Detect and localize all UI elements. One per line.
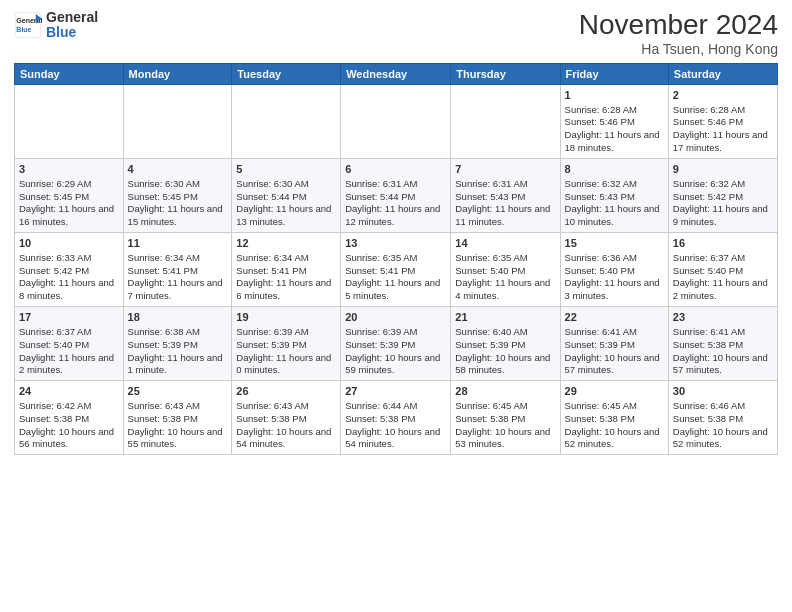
day-info: Daylight: 10 hours and 54 minutes. [236, 426, 336, 452]
day-info: Sunset: 5:38 PM [128, 413, 228, 426]
day-info: Sunrise: 6:43 AM [236, 400, 336, 413]
day-info: Daylight: 11 hours and 18 minutes. [565, 129, 664, 155]
day-cell: 22Sunrise: 6:41 AMSunset: 5:39 PMDayligh… [560, 307, 668, 381]
day-info: Daylight: 11 hours and 17 minutes. [673, 129, 773, 155]
day-cell: 18Sunrise: 6:38 AMSunset: 5:39 PMDayligh… [123, 307, 232, 381]
day-number: 16 [673, 236, 773, 251]
day-info: Daylight: 11 hours and 2 minutes. [19, 352, 119, 378]
day-info: Sunset: 5:38 PM [19, 413, 119, 426]
logo-icon: General Blue [14, 11, 42, 39]
day-info: Sunset: 5:40 PM [19, 339, 119, 352]
day-number: 9 [673, 162, 773, 177]
day-info: Sunset: 5:39 PM [565, 339, 664, 352]
day-info: Sunrise: 6:41 AM [565, 326, 664, 339]
day-number: 23 [673, 310, 773, 325]
day-info: Daylight: 10 hours and 52 minutes. [565, 426, 664, 452]
day-number: 15 [565, 236, 664, 251]
day-cell: 29Sunrise: 6:45 AMSunset: 5:38 PMDayligh… [560, 381, 668, 455]
day-info: Sunrise: 6:29 AM [19, 178, 119, 191]
logo-text: General Blue [46, 10, 98, 41]
day-info: Daylight: 11 hours and 6 minutes. [236, 277, 336, 303]
day-cell: 15Sunrise: 6:36 AMSunset: 5:40 PMDayligh… [560, 232, 668, 306]
day-info: Sunrise: 6:46 AM [673, 400, 773, 413]
week-row-2: 3Sunrise: 6:29 AMSunset: 5:45 PMDaylight… [15, 158, 778, 232]
day-info: Sunset: 5:45 PM [128, 191, 228, 204]
day-info: Sunrise: 6:28 AM [673, 104, 773, 117]
day-number: 25 [128, 384, 228, 399]
day-cell: 17Sunrise: 6:37 AMSunset: 5:40 PMDayligh… [15, 307, 124, 381]
calendar-header-row: SundayMondayTuesdayWednesdayThursdayFrid… [15, 63, 778, 84]
day-info: Sunrise: 6:36 AM [565, 252, 664, 265]
month-title: November 2024 [579, 10, 778, 41]
day-cell: 14Sunrise: 6:35 AMSunset: 5:40 PMDayligh… [451, 232, 560, 306]
day-info: Daylight: 11 hours and 0 minutes. [236, 352, 336, 378]
day-info: Sunrise: 6:43 AM [128, 400, 228, 413]
day-info: Sunset: 5:40 PM [565, 265, 664, 278]
week-row-5: 24Sunrise: 6:42 AMSunset: 5:38 PMDayligh… [15, 381, 778, 455]
day-cell [451, 84, 560, 158]
day-info: Sunset: 5:38 PM [345, 413, 446, 426]
day-info: Daylight: 11 hours and 8 minutes. [19, 277, 119, 303]
day-number: 7 [455, 162, 555, 177]
day-info: Sunrise: 6:31 AM [345, 178, 446, 191]
day-number: 22 [565, 310, 664, 325]
day-number: 5 [236, 162, 336, 177]
day-info: Sunset: 5:41 PM [128, 265, 228, 278]
day-info: Sunset: 5:41 PM [345, 265, 446, 278]
day-info: Sunset: 5:39 PM [455, 339, 555, 352]
day-cell: 12Sunrise: 6:34 AMSunset: 5:41 PMDayligh… [232, 232, 341, 306]
week-row-1: 1Sunrise: 6:28 AMSunset: 5:46 PMDaylight… [15, 84, 778, 158]
day-info: Daylight: 11 hours and 2 minutes. [673, 277, 773, 303]
day-info: Daylight: 11 hours and 4 minutes. [455, 277, 555, 303]
title-block: November 2024 Ha Tsuen, Hong Kong [579, 10, 778, 57]
day-number: 30 [673, 384, 773, 399]
day-info: Daylight: 11 hours and 11 minutes. [455, 203, 555, 229]
day-info: Sunset: 5:41 PM [236, 265, 336, 278]
day-info: Sunset: 5:44 PM [345, 191, 446, 204]
day-info: Daylight: 10 hours and 57 minutes. [673, 352, 773, 378]
day-number: 26 [236, 384, 336, 399]
day-info: Sunrise: 6:45 AM [455, 400, 555, 413]
day-number: 19 [236, 310, 336, 325]
day-number: 24 [19, 384, 119, 399]
day-cell: 19Sunrise: 6:39 AMSunset: 5:39 PMDayligh… [232, 307, 341, 381]
day-number: 12 [236, 236, 336, 251]
day-number: 6 [345, 162, 446, 177]
week-row-4: 17Sunrise: 6:37 AMSunset: 5:40 PMDayligh… [15, 307, 778, 381]
day-info: Sunset: 5:39 PM [236, 339, 336, 352]
day-header-tuesday: Tuesday [232, 63, 341, 84]
day-cell: 5Sunrise: 6:30 AMSunset: 5:44 PMDaylight… [232, 158, 341, 232]
day-info: Sunrise: 6:39 AM [345, 326, 446, 339]
logo[interactable]: General Blue General Blue [14, 10, 98, 41]
day-info: Sunset: 5:40 PM [673, 265, 773, 278]
day-cell [232, 84, 341, 158]
day-info: Sunset: 5:38 PM [236, 413, 336, 426]
day-number: 1 [565, 88, 664, 103]
day-info: Sunrise: 6:30 AM [236, 178, 336, 191]
day-info: Daylight: 11 hours and 15 minutes. [128, 203, 228, 229]
day-header-thursday: Thursday [451, 63, 560, 84]
day-cell: 2Sunrise: 6:28 AMSunset: 5:46 PMDaylight… [668, 84, 777, 158]
day-number: 8 [565, 162, 664, 177]
calendar-body: 1Sunrise: 6:28 AMSunset: 5:46 PMDaylight… [15, 84, 778, 454]
day-header-wednesday: Wednesday [341, 63, 451, 84]
day-cell: 10Sunrise: 6:33 AMSunset: 5:42 PMDayligh… [15, 232, 124, 306]
day-cell: 13Sunrise: 6:35 AMSunset: 5:41 PMDayligh… [341, 232, 451, 306]
day-info: Daylight: 11 hours and 7 minutes. [128, 277, 228, 303]
day-info: Daylight: 11 hours and 9 minutes. [673, 203, 773, 229]
day-cell [15, 84, 124, 158]
day-info: Sunrise: 6:39 AM [236, 326, 336, 339]
location-subtitle: Ha Tsuen, Hong Kong [579, 41, 778, 57]
day-info: Sunrise: 6:32 AM [673, 178, 773, 191]
day-info: Sunrise: 6:34 AM [128, 252, 228, 265]
day-cell: 21Sunrise: 6:40 AMSunset: 5:39 PMDayligh… [451, 307, 560, 381]
day-number: 2 [673, 88, 773, 103]
day-cell: 30Sunrise: 6:46 AMSunset: 5:38 PMDayligh… [668, 381, 777, 455]
day-info: Sunrise: 6:35 AM [345, 252, 446, 265]
day-info: Sunrise: 6:35 AM [455, 252, 555, 265]
day-info: Sunrise: 6:44 AM [345, 400, 446, 413]
day-header-friday: Friday [560, 63, 668, 84]
day-info: Sunrise: 6:41 AM [673, 326, 773, 339]
header: General Blue General Blue November 2024 … [14, 10, 778, 57]
day-cell: 23Sunrise: 6:41 AMSunset: 5:38 PMDayligh… [668, 307, 777, 381]
